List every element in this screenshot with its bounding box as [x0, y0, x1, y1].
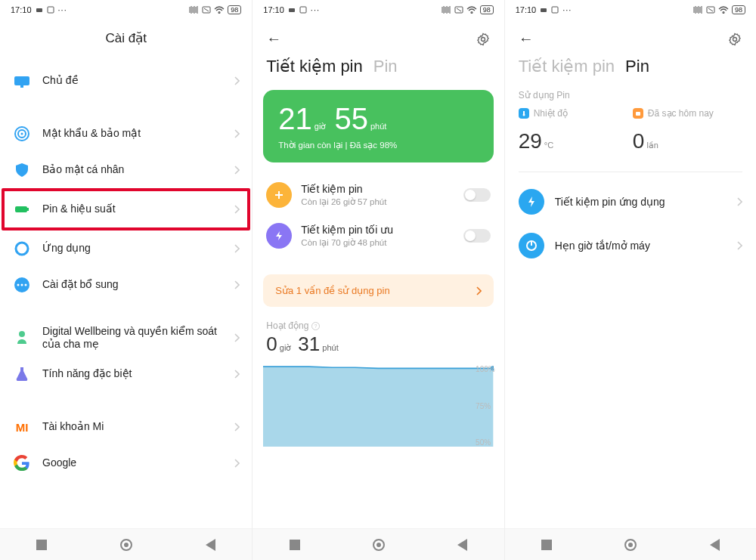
nav-recent-button[interactable] — [541, 540, 552, 550]
flask-icon — [13, 365, 31, 383]
nav-home-button[interactable] — [373, 539, 385, 551]
chevron-right-icon — [234, 166, 240, 175]
svg-rect-0 — [36, 8, 42, 12]
chevron-right-icon — [234, 205, 240, 214]
svg-rect-5 — [20, 85, 23, 88]
svg-point-16 — [25, 284, 27, 286]
settings-item-label: Cài đặt bổ sung — [42, 278, 224, 292]
nav-back-button[interactable] — [710, 539, 720, 551]
activity-minutes-unit: phút — [322, 343, 338, 352]
status-more-icon: ··· — [311, 5, 320, 14]
status-icon — [36, 6, 43, 14]
back-button[interactable]: ← — [266, 30, 281, 48]
vibrate-icon — [188, 6, 199, 14]
ultra-saver-toggle-row[interactable]: Tiết kiệm pin tối ưu Còn lại 70 giờ 48 p… — [253, 215, 503, 256]
back-button[interactable]: ← — [519, 30, 534, 48]
stat-value: 29 — [519, 129, 542, 153]
bolt-icon — [273, 230, 285, 242]
status-bar: 17:10 ··· 98 — [0, 0, 252, 20]
nav-recent-button[interactable] — [36, 540, 47, 550]
settings-screen: 17:10 ··· 98 Cài đặt Chủ đề Mật khẩu & b… — [0, 0, 252, 560]
svg-rect-26 — [541, 8, 547, 12]
power-icon — [525, 239, 538, 252]
settings-item-wellbeing[interactable]: Digital Wellbeing và quyền kiểm soát của… — [5, 320, 247, 356]
settings-gear-icon[interactable] — [727, 32, 742, 47]
settings-item-label: Tính năng đặc biệt — [42, 367, 224, 381]
chevron-right-icon — [234, 244, 240, 253]
option-title: Tiết kiệm pin tối ưu — [301, 224, 393, 236]
svg-point-14 — [17, 284, 20, 286]
stat-label: Đã sạc hôm nay — [648, 108, 714, 119]
battery-saver-toggle-row[interactable]: Tiết kiệm pin Còn lại 26 giờ 57 phút — [253, 175, 503, 215]
svg-rect-27 — [552, 7, 558, 13]
chevron-right-icon — [234, 333, 240, 342]
settings-item-apps[interactable]: Ứng dụng — [5, 230, 247, 267]
svg-point-17 — [19, 331, 25, 337]
nav-back-button[interactable] — [206, 539, 215, 551]
settings-list: Chủ đề Mật khẩu & bảo mật Bảo mật cá nhâ… — [0, 63, 252, 560]
svg-point-30 — [733, 37, 736, 41]
chevron-right-icon — [737, 197, 742, 206]
activity-minutes: 31 — [298, 333, 320, 356]
settings-item-mi-account[interactable]: MI Tài khoản Mi — [5, 409, 247, 445]
status-icon — [288, 6, 296, 14]
tab-battery-saver[interactable]: Tiết kiệm pin — [519, 57, 615, 76]
row-label: Hẹn giờ tắt/mở máy — [555, 240, 727, 252]
svg-rect-1 — [48, 7, 54, 13]
settings-item-battery[interactable]: Pin & hiệu suất — [5, 191, 247, 227]
toggle-switch[interactable] — [463, 188, 491, 202]
svg-rect-18 — [289, 8, 295, 12]
svg-rect-9 — [15, 206, 27, 212]
more-icon — [13, 276, 31, 294]
no-sim-icon — [454, 6, 463, 14]
status-more-icon: ··· — [58, 5, 67, 14]
svg-point-15 — [21, 284, 23, 286]
settings-item-special[interactable]: Tính năng đặc biệt — [5, 356, 247, 392]
nav-back-button[interactable] — [457, 539, 467, 551]
nav-recent-button[interactable] — [290, 540, 300, 550]
vibrate-icon — [441, 6, 451, 14]
stat-value: 0 — [633, 129, 645, 153]
settings-item-theme[interactable]: Chủ đề — [5, 63, 247, 99]
battery-subtext: Thời gian còn lại | Đã sạc 98% — [278, 140, 478, 150]
settings-item-label: Google — [42, 456, 224, 470]
settings-item-privacy[interactable]: Bảo mật cá nhân — [5, 152, 247, 188]
settings-item-google[interactable]: Google — [5, 445, 247, 481]
chevron-right-icon — [737, 241, 742, 250]
battery-chart: 100% 75% 50% — [263, 365, 493, 447]
tab-battery[interactable]: Pin — [625, 57, 649, 76]
battery-icon — [13, 200, 31, 218]
fingerprint-icon — [13, 125, 31, 143]
theme-icon — [13, 72, 31, 90]
tab-battery-saver[interactable]: Tiết kiệm pin — [266, 57, 362, 76]
settings-item-label: Chủ đề — [42, 74, 224, 88]
chart-tick: 50% — [476, 438, 495, 447]
svg-rect-10 — [27, 208, 29, 211]
svg-line-21 — [457, 8, 461, 11]
wifi-icon — [214, 6, 225, 14]
section-label: Sử dụng Pin — [505, 90, 756, 108]
settings-item-additional[interactable]: Cài đặt bổ sung — [5, 267, 247, 303]
fix-issues-banner[interactable]: Sửa 1 vấn đề sử dụng pin — [263, 274, 493, 307]
chevron-right-icon — [234, 370, 240, 379]
tab-battery[interactable]: Pin — [373, 57, 398, 76]
battery-pct: 98 — [480, 5, 494, 14]
settings-gear-icon[interactable] — [476, 32, 491, 47]
settings-item-label: Mật khẩu & bảo mật — [42, 127, 224, 141]
svg-rect-4 — [14, 76, 29, 85]
schedule-power-row[interactable]: Hẹn giờ tắt/mở máy — [505, 224, 756, 268]
toggle-switch[interactable] — [463, 229, 491, 243]
nav-home-button[interactable] — [624, 539, 637, 551]
wifi-icon — [466, 6, 477, 14]
minutes-unit: phút — [370, 122, 386, 131]
status-icon — [540, 6, 547, 14]
tab-row: Tiết kiệm pin Pin — [505, 52, 756, 90]
stat-charged-today: Đã sạc hôm nay 0 lần — [633, 108, 742, 153]
page-title: Cài đặt — [0, 20, 252, 63]
settings-item-label: Pin & hiệu suất — [42, 203, 224, 216]
divider — [519, 172, 742, 172]
svg-rect-19 — [300, 7, 306, 13]
nav-home-button[interactable] — [120, 539, 132, 551]
app-battery-saver-row[interactable]: Tiết kiệm pin ứng dụng — [505, 180, 756, 224]
settings-item-password[interactable]: Mật khẩu & bảo mật — [5, 116, 247, 152]
